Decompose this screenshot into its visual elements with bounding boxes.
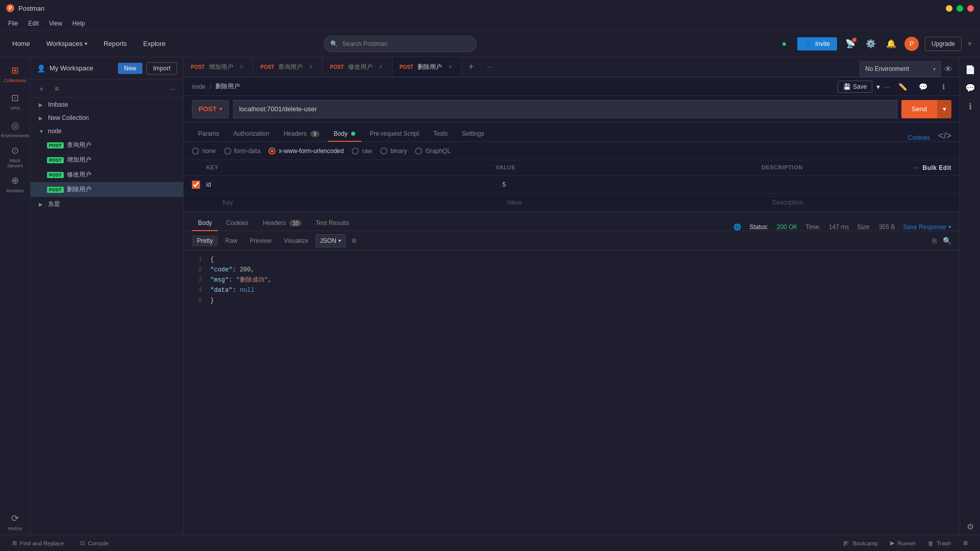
collection-imbase[interactable]: ▶ Imbase (31, 98, 183, 111)
save-button[interactable]: 💾 Save (838, 81, 872, 93)
send-button[interactable]: Send (901, 100, 937, 118)
tab-body[interactable]: Body (328, 126, 362, 141)
environment-eye-icon[interactable]: 👁 (941, 62, 955, 77)
more-actions-button[interactable]: ··· (884, 83, 890, 91)
menu-file[interactable]: File (4, 18, 22, 29)
method-selector[interactable]: POST ▾ (192, 100, 229, 118)
sidebar-item-collections[interactable]: ⊞ Collections (3, 61, 28, 87)
nav-explore[interactable]: Explore (139, 37, 170, 51)
tab-pre-request-script[interactable]: Pre-request Script (363, 126, 425, 141)
cookies-link[interactable]: Cookies (908, 134, 930, 141)
tab-settings[interactable]: Settings (456, 126, 490, 141)
code-view-icon[interactable]: </> (938, 131, 951, 141)
save-response-button[interactable]: Save Response ▾ (903, 223, 951, 231)
sidebar-item-history[interactable]: ⟳ History (3, 509, 28, 535)
layout-button[interactable]: ⊞ (959, 538, 972, 548)
tab-close-icon[interactable]: × (307, 63, 315, 71)
find-replace-button[interactable]: ⊞ Find and Replace (8, 538, 68, 548)
resp-tab-body[interactable]: Body (192, 215, 218, 231)
tab-close-icon[interactable]: × (377, 63, 385, 71)
nav-reports[interactable]: Reports (100, 37, 131, 51)
request-item-delete-user[interactable]: POST 删除用户 (31, 182, 183, 197)
tab-close-icon[interactable]: × (237, 63, 246, 71)
sidebar-item-mock-servers[interactable]: ⊙ Mock Servers (3, 144, 28, 169)
comment-icon[interactable]: 💬 (915, 79, 931, 95)
bulk-edit-button[interactable]: Bulk Edit (922, 164, 951, 171)
save-dropdown-button[interactable]: ▾ (876, 83, 880, 91)
body-type-binary[interactable]: binary (380, 147, 407, 155)
row-checkbox[interactable] (192, 181, 200, 189)
tab-edit-user[interactable]: POST 修改用户 × (323, 57, 392, 77)
more-options-button[interactable]: ··· (166, 82, 179, 95)
sidebar-item-apis[interactable]: ⊡ APIs (3, 89, 28, 114)
environment-dropdown[interactable]: No Environment ▾ (860, 61, 941, 77)
collection-dongxing[interactable]: ▶ 东星 (31, 197, 183, 212)
tab-add-user[interactable]: POST 增加用户 × (184, 57, 253, 77)
tab-authorization[interactable]: Authorization (227, 126, 275, 141)
close-button[interactable] (967, 5, 974, 12)
kv-more-icon[interactable]: ··· (913, 165, 919, 171)
console-button[interactable]: ⊡ Console (76, 538, 112, 548)
sidebar-item-monitors[interactable]: ⊕ Monitors (3, 171, 28, 197)
sync-icon[interactable]: ● (777, 37, 791, 51)
info-icon[interactable]: ℹ (935, 79, 951, 95)
tab-close-icon[interactable]: × (446, 63, 454, 71)
upgrade-button[interactable]: Upgrade (925, 37, 962, 51)
language-selector[interactable]: JSON ▾ (315, 234, 346, 247)
bootcamp-button[interactable]: 🎓 Bootcamp (839, 538, 883, 548)
request-item-add-user[interactable]: POST 增加用户 (31, 153, 183, 167)
request-item-query-user[interactable]: POST 查询用户 (31, 138, 183, 153)
minimize-button[interactable] (946, 5, 952, 12)
search-bar[interactable]: 🔍 Search Postman (324, 36, 477, 52)
format-pretty[interactable]: Pretty (192, 235, 218, 246)
body-type-form-data[interactable]: form-data (224, 147, 260, 155)
sidebar-item-environments[interactable]: ◎ Environments (3, 116, 28, 142)
description-placeholder[interactable]: Description (770, 197, 951, 208)
copy-response-icon[interactable]: ⎘ (933, 237, 937, 245)
nav-workspaces[interactable]: Workspaces ▾ (42, 37, 91, 51)
format-preview[interactable]: Preview (244, 235, 277, 246)
runner-button[interactable]: ▶ Runner (886, 538, 920, 548)
resp-tab-test-results[interactable]: Test Results (310, 215, 355, 231)
filter-button[interactable]: ≡ (50, 82, 63, 95)
url-input[interactable] (233, 100, 897, 118)
right-settings-icon[interactable]: ⚙ (962, 518, 978, 535)
body-type-none[interactable]: none (192, 147, 216, 155)
body-type-urlencoded[interactable]: x-www-form-urlencoded (268, 147, 344, 155)
menu-help[interactable]: Help (68, 18, 89, 29)
body-type-raw[interactable]: raw (352, 147, 372, 155)
value-placeholder[interactable]: Value (504, 197, 770, 208)
filter-response-icon[interactable]: ≡ (352, 236, 356, 245)
invite-button[interactable]: 👤 Invite (797, 37, 837, 51)
trash-button[interactable]: 🗑 Trash (924, 538, 955, 548)
add-collection-button[interactable]: + (35, 82, 48, 95)
right-comment-icon[interactable]: 💬 (962, 80, 978, 96)
tab-query-user[interactable]: POST 查询用户 × (253, 57, 323, 77)
resp-tab-cookies[interactable]: Cookies (220, 215, 254, 231)
more-tabs-button[interactable]: ··· (480, 57, 499, 77)
value-cell[interactable]: 5 (500, 179, 766, 190)
tab-params[interactable]: Params (192, 126, 225, 141)
key-placeholder[interactable]: Key (208, 197, 504, 208)
format-visualize[interactable]: Visualize (279, 235, 313, 246)
collection-new[interactable]: ▶ New Collection (31, 111, 183, 124)
import-button[interactable]: Import (146, 62, 177, 74)
more-options-icon[interactable]: ▾ (968, 39, 972, 48)
resp-tab-headers[interactable]: Headers 10 (257, 215, 308, 231)
breadcrumb-parent[interactable]: node (192, 83, 206, 90)
new-button[interactable]: New (118, 63, 142, 74)
satellite-icon[interactable]: 📡 (843, 37, 857, 51)
search-response-icon[interactable]: 🔍 (943, 237, 951, 245)
edit-doc-icon[interactable]: ✏️ (894, 79, 911, 95)
maximize-button[interactable] (957, 5, 963, 12)
request-item-edit-user[interactable]: POST 修改用户 (31, 167, 183, 182)
new-tab-button[interactable]: + (462, 57, 480, 77)
format-raw[interactable]: Raw (220, 235, 242, 246)
tab-delete-user[interactable]: POST 删除用户 × (393, 57, 462, 77)
collection-node[interactable]: ▼ node (31, 124, 183, 138)
tab-tests[interactable]: Tests (427, 126, 454, 141)
description-cell[interactable] (766, 183, 951, 187)
send-dropdown-button[interactable]: ▾ (937, 100, 951, 118)
profile-icon[interactable]: P (904, 37, 919, 51)
nav-home[interactable]: Home (8, 37, 34, 51)
